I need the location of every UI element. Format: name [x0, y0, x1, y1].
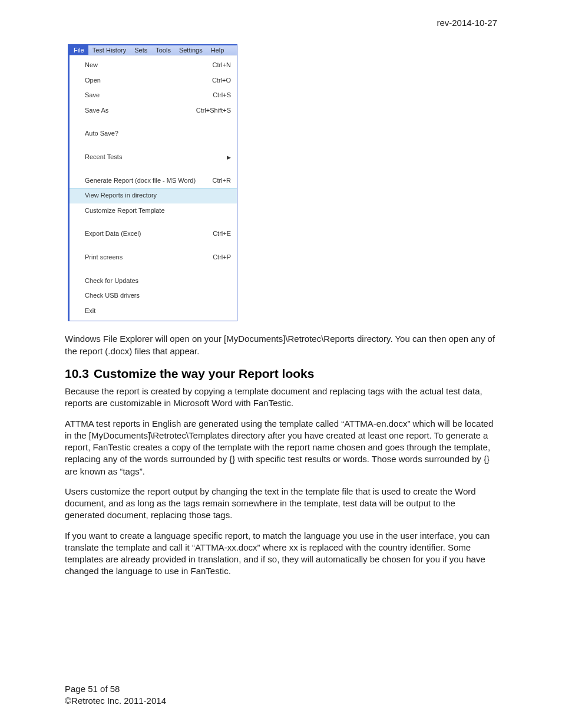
paragraph-5: If you want to create a language specifi… [65, 530, 497, 578]
menu-item-label: Recent Tests [85, 152, 222, 163]
menubar-item-test-history[interactable]: Test History [88, 45, 130, 55]
menu-item-open[interactable]: OpenCtrl+O [70, 73, 237, 88]
menu-item-shortcut: Ctrl+O [207, 75, 231, 86]
section-title: Customize the way your Report looks [94, 367, 315, 380]
menu-item-label: Print screens [85, 252, 208, 263]
paragraph-2: Because the report is created by copying… [65, 386, 497, 410]
page-number: Page 51 of 58 [65, 683, 166, 695]
page-footer: Page 51 of 58 ©Retrotec Inc. 2011-2014 [65, 683, 166, 707]
menubar-item-file[interactable]: File [70, 45, 88, 55]
paragraph-4: Users customize the report output by cha… [65, 486, 497, 522]
revision-label: rev-2014-10-27 [437, 18, 497, 28]
menu-gap [70, 242, 237, 250]
menu-item-shortcut: Ctrl+E [208, 229, 231, 239]
menu-gap [70, 165, 237, 173]
section-number: 10.3 [65, 367, 89, 380]
menu-item-check-usb-drivers[interactable]: Check USB drivers [70, 288, 237, 304]
menu-item-print-screens[interactable]: Print screensCtrl+P [70, 250, 237, 265]
paragraph-3: ATTMA test reports in English are genera… [65, 418, 497, 477]
menu-item-save[interactable]: SaveCtrl+S [70, 88, 237, 103]
menu-item-auto-save[interactable]: Auto Save? [70, 126, 237, 141]
section-heading: 10.3Customize the way your Report looks [65, 365, 497, 382]
file-menu-screenshot: FileTest HistorySetsToolsSettingsHelp Ne… [68, 44, 237, 321]
menu-item-label: Open [85, 75, 207, 86]
menu-item-check-for-updates[interactable]: Check for Updates [70, 274, 237, 289]
menu-item-save-as[interactable]: Save AsCtrl+Shift+S [70, 103, 237, 118]
menu-item-recent-tests[interactable]: Recent Tests▶ [70, 150, 237, 165]
paragraph-intro: Windows File Explorer will open on your … [65, 333, 497, 357]
menubar-item-help[interactable]: Help [207, 45, 229, 55]
menu-item-label: Customize Report Template [85, 206, 231, 216]
menu-item-view-reports-in-directory[interactable]: View Reports in directory [70, 188, 237, 203]
menu-item-label: Generate Report (docx file - MS Word) [85, 176, 208, 186]
menu-item-label: Check for Updates [85, 276, 231, 286]
menubar-item-sets[interactable]: Sets [130, 45, 151, 55]
menu-item-shortcut: Ctrl+Shift+S [191, 106, 231, 116]
menu-item-shortcut: Ctrl+N [208, 60, 231, 71]
menubar: FileTest HistorySetsToolsSettingsHelp [70, 45, 237, 55]
menubar-item-tools[interactable]: Tools [151, 45, 175, 55]
file-menu-dropdown: NewCtrl+NOpenCtrl+OSaveCtrl+SSave AsCtrl… [70, 55, 237, 321]
menu-gap [70, 118, 237, 126]
menu-item-label: Save [85, 90, 208, 101]
menu-item-customize-report-template[interactable]: Customize Report Template [70, 203, 237, 219]
menu-item-label: Save As [85, 106, 191, 116]
menu-item-generate-report-docx-file-ms-word[interactable]: Generate Report (docx file - MS Word)Ctr… [70, 173, 237, 189]
menu-item-label: View Reports in directory [85, 190, 231, 201]
menu-gap [70, 141, 237, 150]
menu-item-shortcut: Ctrl+P [208, 252, 231, 263]
menubar-item-settings[interactable]: Settings [175, 45, 207, 55]
menu-item-exit[interactable]: Exit [70, 304, 237, 319]
menu-item-new[interactable]: NewCtrl+N [70, 58, 237, 73]
menu-item-label: New [85, 60, 208, 71]
menu-item-label: Export Data (Excel) [85, 229, 208, 239]
menu-item-label: Exit [85, 306, 231, 317]
menu-item-label: Auto Save? [85, 129, 231, 139]
menu-gap [70, 218, 237, 226]
menu-item-export-data-excel[interactable]: Export Data (Excel)Ctrl+E [70, 226, 237, 242]
menu-item-label: Check USB drivers [85, 291, 231, 301]
menu-gap [70, 265, 237, 274]
copyright: ©Retrotec Inc. 2011-2014 [65, 695, 166, 707]
submenu-arrow-icon: ▶ [222, 153, 231, 162]
menu-item-shortcut: Ctrl+S [208, 90, 231, 101]
menu-item-shortcut: Ctrl+R [208, 176, 231, 186]
